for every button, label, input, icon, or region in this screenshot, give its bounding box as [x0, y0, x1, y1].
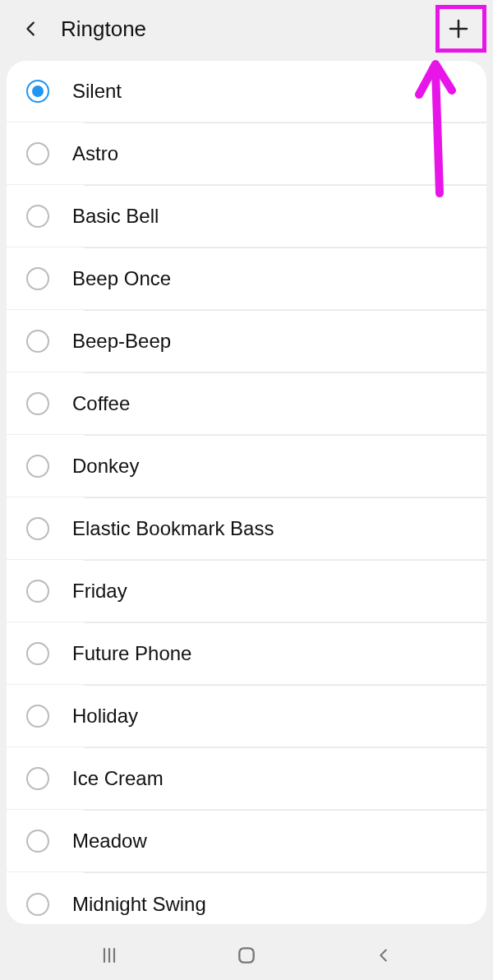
ringtone-item[interactable]: Basic Bell: [7, 186, 486, 247]
ringtone-label: Ice Cream: [72, 767, 164, 790]
radio-button[interactable]: [26, 893, 49, 916]
plus-icon: [446, 16, 471, 41]
ringtone-label: Friday: [72, 580, 127, 603]
ringtone-label: Donkey: [72, 455, 139, 478]
svg-rect-0: [239, 948, 253, 962]
ringtone-label: Future Phone: [72, 642, 191, 665]
radio-button[interactable]: [26, 142, 49, 165]
radio-button[interactable]: [26, 705, 49, 728]
ringtone-item[interactable]: Donkey: [7, 436, 486, 497]
radio-button[interactable]: [26, 80, 49, 103]
app-header: Ringtone: [0, 0, 493, 58]
ringtone-item[interactable]: Meadow: [7, 811, 486, 872]
ringtone-item[interactable]: Ice Cream: [7, 748, 486, 810]
radio-button[interactable]: [26, 392, 49, 415]
home-icon: [236, 945, 257, 966]
nav-recents-button[interactable]: [89, 939, 130, 972]
ringtone-label: Silent: [72, 80, 122, 103]
ringtone-item[interactable]: Elastic Bookmark Bass: [7, 498, 486, 560]
radio-button[interactable]: [26, 455, 49, 478]
ringtone-item[interactable]: Coffee: [7, 373, 486, 435]
back-icon: [375, 946, 393, 964]
ringtone-label: Astro: [72, 142, 118, 165]
ringtone-item[interactable]: Midnight Swing: [7, 873, 486, 924]
radio-button[interactable]: [26, 330, 49, 353]
navigation-bar: [0, 931, 493, 980]
ringtone-item[interactable]: Silent: [7, 61, 486, 122]
nav-back-button[interactable]: [363, 939, 404, 972]
ringtone-card: SilentAstroBasic BellBeep OnceBeep-BeepC…: [7, 61, 486, 924]
back-button[interactable]: [15, 12, 48, 45]
radio-button[interactable]: [26, 267, 49, 290]
radio-button[interactable]: [26, 830, 49, 853]
ringtone-label: Beep Once: [72, 267, 171, 290]
radio-button[interactable]: [26, 767, 49, 790]
radio-button[interactable]: [26, 517, 49, 540]
recents-icon: [99, 945, 119, 965]
ringtone-list: SilentAstroBasic BellBeep OnceBeep-BeepC…: [7, 61, 486, 924]
radio-button[interactable]: [26, 642, 49, 665]
add-button[interactable]: [439, 9, 478, 49]
chevron-left-icon: [22, 20, 40, 38]
ringtone-item[interactable]: Beep Once: [7, 248, 486, 310]
ringtone-item[interactable]: Beep-Beep: [7, 311, 486, 372]
ringtone-item[interactable]: Astro: [7, 123, 486, 185]
ringtone-item[interactable]: Future Phone: [7, 623, 486, 685]
ringtone-label: Elastic Bookmark Bass: [72, 517, 274, 540]
ringtone-label: Midnight Swing: [72, 893, 206, 916]
radio-button[interactable]: [26, 205, 49, 228]
page-title: Ringtone: [61, 16, 439, 42]
ringtone-label: Coffee: [72, 392, 130, 415]
ringtone-item[interactable]: Holiday: [7, 686, 486, 747]
ringtone-label: Basic Bell: [72, 205, 159, 228]
ringtone-label: Beep-Beep: [72, 330, 171, 353]
ringtone-item[interactable]: Friday: [7, 561, 486, 622]
nav-home-button[interactable]: [226, 939, 267, 972]
ringtone-label: Holiday: [72, 705, 138, 728]
radio-button[interactable]: [26, 580, 49, 603]
ringtone-label: Meadow: [72, 830, 147, 853]
